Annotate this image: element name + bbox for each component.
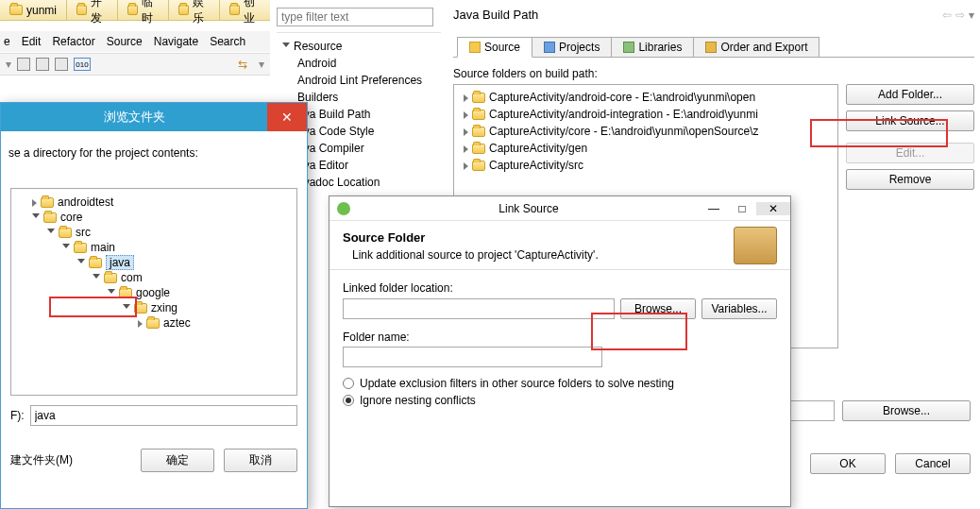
folder-icon <box>134 303 147 314</box>
tree-item[interactable]: src <box>15 225 293 240</box>
folder-icon <box>76 5 87 15</box>
expand-icon[interactable] <box>138 320 143 328</box>
folder-icon <box>9 5 23 15</box>
forward-icon[interactable]: ⇨ <box>955 8 965 22</box>
browse-location-button[interactable]: Browse... <box>620 298 696 319</box>
source-tab-icon <box>469 42 481 53</box>
expand-icon[interactable] <box>123 304 130 313</box>
collapse-icon[interactable]: ⇆ <box>238 58 247 71</box>
close-icon[interactable]: ✕ <box>267 103 307 131</box>
folder-field-label: F): <box>10 409 25 422</box>
menu-item[interactable]: Refactor <box>52 35 94 48</box>
package-icon <box>472 161 485 171</box>
expand-icon[interactable] <box>32 199 37 207</box>
menu-item[interactable]: Source <box>107 35 143 48</box>
taskbar-tab[interactable]: 开发 <box>67 0 118 20</box>
folder-tree[interactable]: androidtest core src main java com googl… <box>10 188 297 396</box>
source-item[interactable]: CaptureActivity/src <box>458 157 834 174</box>
tab-libraries[interactable]: Libraries <box>612 37 694 58</box>
tab-source[interactable]: Source <box>457 37 532 58</box>
taskbar-tab[interactable]: 娱乐 <box>169 0 220 20</box>
expand-icon[interactable] <box>464 162 468 170</box>
expand-icon[interactable] <box>464 128 468 136</box>
projects-tab-icon <box>544 42 555 53</box>
expand-icon[interactable] <box>282 42 290 51</box>
variables-button[interactable]: Variables... <box>701 298 777 319</box>
folder-field-input[interactable] <box>30 405 297 426</box>
radio-update[interactable] <box>343 378 354 389</box>
expand-icon[interactable] <box>47 229 55 237</box>
add-folder-button[interactable]: Add Folder... <box>846 84 974 105</box>
radio-ignore[interactable] <box>343 395 354 406</box>
tree-item[interactable]: zxing <box>15 300 293 315</box>
tab-label: 临时 <box>142 0 159 26</box>
link-source-dialog: Link Source — □ ✕ Source Folder Link add… <box>329 195 791 507</box>
package-icon <box>472 110 485 120</box>
link-source-button[interactable]: Link Source... <box>846 110 974 131</box>
binary-icon[interactable]: 010 <box>74 58 91 71</box>
back-icon[interactable]: ⇦ <box>942 8 952 22</box>
expand-icon[interactable] <box>464 94 468 102</box>
tree-item-selected[interactable]: java <box>15 255 293 270</box>
tree-item[interactable]: com <box>15 270 293 285</box>
save-icon[interactable] <box>17 58 30 71</box>
source-folders-label: Source folders on build path: <box>453 67 974 80</box>
folder-icon <box>229 5 240 15</box>
toolbar-icon[interactable] <box>55 58 68 71</box>
browse-cancel-button[interactable]: 取消 <box>224 449 297 472</box>
pref-tree-item[interactable]: Resource <box>277 38 441 55</box>
tree-item[interactable]: core <box>15 210 293 225</box>
menu-item[interactable]: e <box>4 35 10 48</box>
taskbar-tab[interactable]: yunmi <box>0 0 67 20</box>
folder-icon <box>59 228 72 238</box>
folder-name-input[interactable] <box>343 347 602 367</box>
radio-ignore-label: Ignore nesting conflicts <box>360 394 476 407</box>
tab-projects[interactable]: Projects <box>532 37 612 58</box>
filter-input[interactable] <box>277 8 433 26</box>
tree-item[interactable]: google <box>15 285 293 300</box>
taskbar-tab[interactable]: 临时 <box>118 0 169 20</box>
expand-icon[interactable] <box>108 289 115 297</box>
expand-icon[interactable] <box>464 111 468 119</box>
tree-item[interactable]: aztec <box>15 315 293 331</box>
pref-tree-item[interactable]: Android Lint Preferences <box>277 72 441 89</box>
tree-item[interactable]: androidtest <box>15 195 293 210</box>
menu-item[interactable]: Navigate <box>154 35 198 48</box>
remove-button[interactable]: Remove <box>846 169 974 190</box>
package-icon <box>472 144 485 154</box>
expand-icon[interactable] <box>93 274 100 282</box>
tab-order[interactable]: Order and Export <box>694 37 819 58</box>
ok-button[interactable]: OK <box>810 453 886 474</box>
tree-item[interactable]: main <box>15 240 293 255</box>
menu-item[interactable]: Search <box>210 35 245 48</box>
pref-tree-item[interactable]: Android <box>277 55 441 72</box>
menu-overflow-icon[interactable]: ▾ <box>259 58 264 71</box>
folder-name-label: Folder name: <box>343 331 777 344</box>
source-item[interactable]: CaptureActivity/core - E:\android\yunmi\… <box>458 123 834 140</box>
save-all-icon[interactable] <box>36 58 49 71</box>
tab-label: 娱乐 <box>193 0 210 26</box>
browse-ok-button[interactable]: 确定 <box>141 449 214 472</box>
expand-icon[interactable] <box>77 259 85 267</box>
minimize-icon[interactable]: — <box>700 202 728 215</box>
expand-icon[interactable] <box>464 145 468 153</box>
tab-label: 开发 <box>91 0 108 26</box>
expand-icon[interactable] <box>62 244 70 252</box>
toolbar-dropdown-icon[interactable]: ▾ <box>6 58 11 71</box>
libraries-tab-icon <box>623 42 634 53</box>
close-icon[interactable]: ✕ <box>756 202 790 215</box>
expand-icon[interactable] <box>32 213 40 222</box>
source-item[interactable]: CaptureActivity/android-core - E:\androi… <box>458 89 834 106</box>
source-item[interactable]: CaptureActivity/gen <box>458 140 834 157</box>
dialog-heading: Source Folder <box>343 230 777 245</box>
new-folder-button[interactable]: 建文件夹(M) <box>10 452 131 468</box>
maximize-icon[interactable]: □ <box>728 202 756 215</box>
dropdown-icon[interactable]: ▾ <box>969 8 974 22</box>
browse-folder-dialog: 浏览文件夹 ✕ se a directory for the project c… <box>0 102 308 509</box>
menu-item[interactable]: Edit <box>22 35 42 48</box>
location-input[interactable] <box>343 298 615 319</box>
source-item[interactable]: CaptureActivity/android-integration - E:… <box>458 106 834 123</box>
cancel-button[interactable]: Cancel <box>895 453 971 474</box>
taskbar-tab[interactable]: 创业 <box>220 0 270 20</box>
browse-button[interactable]: Browse... <box>842 400 971 421</box>
